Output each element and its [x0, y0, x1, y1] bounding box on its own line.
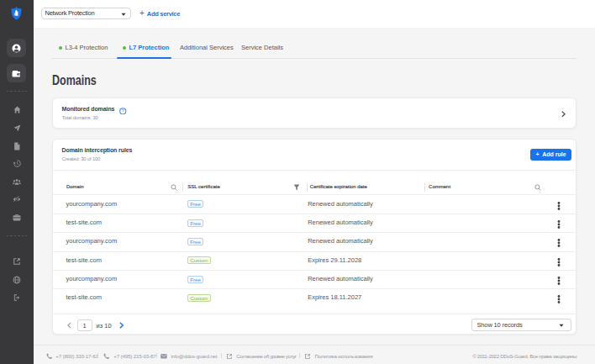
svg-text:?: ? — [122, 108, 124, 113]
